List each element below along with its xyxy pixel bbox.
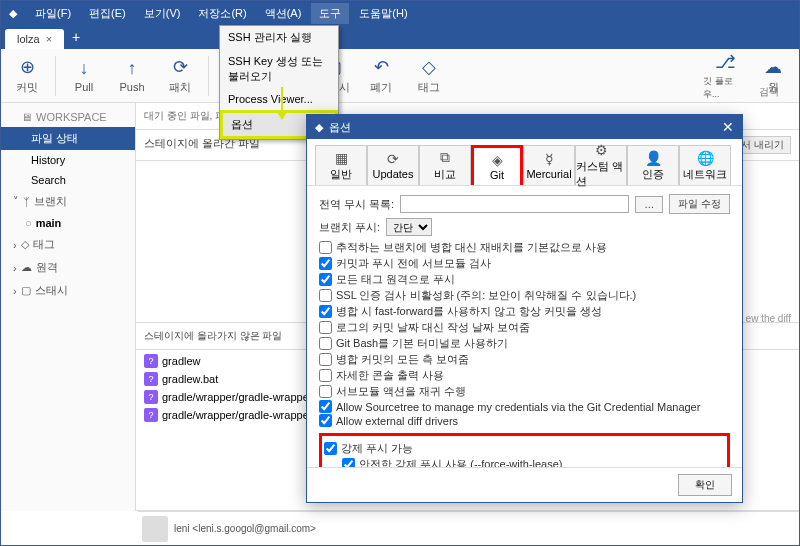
menu-action[interactable]: 액션(A) bbox=[257, 3, 310, 24]
tab-updates[interactable]: ⟳Updates bbox=[367, 145, 419, 185]
gear-icon: ◆ bbox=[315, 121, 323, 134]
ignore-list-input[interactable] bbox=[400, 195, 629, 213]
push-button[interactable]: ↑Push bbox=[110, 53, 154, 99]
discard-button[interactable]: ↶폐기 bbox=[359, 53, 403, 99]
sidebar-file-status[interactable]: 파일 상태 bbox=[1, 127, 135, 150]
dialog-close-icon[interactable]: ✕ bbox=[722, 119, 734, 135]
commit-label: 커밋 bbox=[16, 80, 38, 95]
branch-push-select[interactable]: 간단 bbox=[386, 218, 432, 236]
option-checkbox[interactable] bbox=[319, 273, 332, 286]
repo-tabs: lolza × + bbox=[1, 25, 799, 49]
ignore-list-label: 전역 무시 목록: bbox=[319, 197, 394, 212]
file-status-icon: ? bbox=[144, 408, 158, 422]
gitflow-button[interactable]: ⎇깃 플로우... bbox=[703, 53, 747, 99]
option-checkbox[interactable] bbox=[319, 305, 332, 318]
options-dialog: ◆ 옵션 ✕ ▦일반 ⟳Updates ⧉비교 ◈Git ☿Mercurial … bbox=[306, 114, 743, 503]
monitor-icon: 🖥 bbox=[21, 111, 32, 123]
sidebar-remote-group[interactable]: ›☁원격 bbox=[1, 256, 135, 279]
menu-help[interactable]: 도움말(H) bbox=[351, 3, 415, 24]
commit-button[interactable]: ⊕커밋 bbox=[5, 53, 49, 99]
tab-auth[interactable]: 👤인증 bbox=[627, 145, 679, 185]
menu-edit[interactable]: 편집(E) bbox=[81, 3, 134, 24]
option-label: 추적하는 브랜치에 병합 대신 재배치를 기본값으로 사용 bbox=[336, 240, 607, 255]
option-label: 병합 시 fast-forward를 사용하지 않고 항상 커밋을 생성 bbox=[336, 304, 602, 319]
commit-icon: ⊕ bbox=[20, 56, 35, 78]
force-push-checkbox[interactable] bbox=[324, 442, 337, 455]
tag-icon: ◇ bbox=[422, 56, 436, 78]
fetch-icon: ⟳ bbox=[173, 56, 188, 78]
diff-hint-text: ew the diff bbox=[746, 313, 791, 324]
option-label: 커밋과 푸시 전에 서브모듈 검사 bbox=[336, 256, 491, 271]
pull-label: Pull bbox=[75, 81, 93, 93]
file-status-icon: ? bbox=[144, 390, 158, 404]
option-checkbox[interactable] bbox=[319, 414, 332, 427]
tab-general[interactable]: ▦일반 bbox=[315, 145, 367, 185]
git-icon: ◈ bbox=[492, 152, 503, 168]
discard-icon: ↶ bbox=[374, 56, 389, 78]
tab-custom[interactable]: ⚙커스텀 액션 bbox=[575, 145, 627, 185]
tag-label: 태그 bbox=[418, 80, 440, 95]
option-checkbox[interactable] bbox=[319, 257, 332, 270]
menu-bar: ◆ 파일(F) 편집(E) 보기(V) 저장소(R) 액션(A) 도구 도움말(… bbox=[1, 1, 799, 25]
menu-tools[interactable]: 도구 bbox=[311, 3, 349, 24]
chevron-down-icon: ˅ bbox=[13, 195, 19, 208]
new-tab-button[interactable]: + bbox=[64, 25, 88, 49]
menu-repo[interactable]: 저장소(R) bbox=[190, 3, 254, 24]
option-checkbox[interactable] bbox=[319, 337, 332, 350]
globe-icon: 🌐 bbox=[697, 150, 714, 166]
force-push-highlight: 강제 푸시 가능안전한 강제 푸시 사용 (--force-with-lease… bbox=[319, 433, 730, 467]
sidebar-search[interactable]: Search bbox=[1, 170, 135, 190]
option-checkbox-row: 커밋과 푸시 전에 서브모듈 검사 bbox=[319, 256, 730, 271]
tab-compare[interactable]: ⧉비교 bbox=[419, 145, 471, 185]
option-label: Allow external diff drivers bbox=[336, 415, 458, 427]
dropdown-process-viewer[interactable]: Process Viewer... bbox=[220, 89, 338, 110]
ok-button[interactable]: 확인 bbox=[678, 474, 732, 496]
close-tab-icon[interactable]: × bbox=[46, 33, 52, 45]
sidebar-history[interactable]: History bbox=[1, 150, 135, 170]
annotation-arrow bbox=[281, 87, 283, 119]
sidebar-stash-group[interactable]: ›▢스태시 bbox=[1, 279, 135, 302]
sidebar-branch-group[interactable]: ˅ᛉ브랜치 bbox=[1, 190, 135, 213]
option-label: 자세한 콘솔 출력 사용 bbox=[336, 368, 444, 383]
force-push-checkbox[interactable] bbox=[342, 458, 355, 467]
fetch-button[interactable]: ⟳패치 bbox=[158, 53, 202, 99]
option-checkbox[interactable] bbox=[319, 321, 332, 334]
sidebar-tag-group[interactable]: ›◇태그 bbox=[1, 233, 135, 256]
menu-view[interactable]: 보기(V) bbox=[136, 3, 189, 24]
option-checkbox[interactable] bbox=[319, 241, 332, 254]
option-label: 병합 커밋의 모든 측 보여줌 bbox=[336, 352, 469, 367]
commit-author: leni <leni.s.googol@gmail.com> bbox=[174, 523, 795, 534]
option-checkbox-row: 병합 시 fast-forward를 사용하지 않고 항상 커밋을 생성 bbox=[319, 304, 730, 319]
tab-mercurial[interactable]: ☿Mercurial bbox=[523, 145, 575, 185]
file-edit-button[interactable]: 파일 수정 bbox=[669, 194, 730, 214]
option-checkbox[interactable] bbox=[319, 369, 332, 382]
option-checkbox-row: 모든 태그 원격으로 푸시 bbox=[319, 272, 730, 287]
sidebar-branch-main[interactable]: ○ main bbox=[1, 213, 135, 233]
option-checkbox[interactable] bbox=[319, 353, 332, 366]
dropdown-ssh-manager[interactable]: SSH 관리자 실행 bbox=[220, 26, 338, 50]
option-label: Git Bash를 기본 터미널로 사용하기 bbox=[336, 336, 508, 351]
browse-button[interactable]: … bbox=[635, 196, 663, 213]
option-label: 서브모듈 액션을 재귀 수행 bbox=[336, 384, 466, 399]
repo-tab[interactable]: lolza × bbox=[5, 29, 64, 49]
option-checkbox-row: 로그의 커밋 날짜 대신 작성 날짜 보여줌 bbox=[319, 320, 730, 335]
pull-button[interactable]: ↓Pull bbox=[62, 53, 106, 99]
sidebar-workspace-header: 🖥WORKSPACE bbox=[1, 107, 135, 127]
option-checkbox-row: 서브모듈 액션을 재귀 수행 bbox=[319, 384, 730, 399]
force-push-label: 안전한 강제 푸시 사용 (--force-with-lease) bbox=[359, 457, 563, 467]
menu-file[interactable]: 파일(F) bbox=[27, 3, 79, 24]
fetch-label: 패치 bbox=[169, 80, 191, 95]
tab-network[interactable]: 🌐네트워크 bbox=[679, 145, 731, 185]
option-label: Allow Sourcetree to manage my credential… bbox=[336, 401, 700, 413]
force-push-label: 강제 푸시 가능 bbox=[341, 441, 413, 456]
push-label: Push bbox=[119, 81, 144, 93]
option-checkbox[interactable] bbox=[319, 385, 332, 398]
option-checkbox[interactable] bbox=[319, 400, 332, 413]
tab-git[interactable]: ◈Git bbox=[471, 145, 523, 185]
option-checkbox[interactable] bbox=[319, 289, 332, 302]
dialog-title: 옵션 bbox=[329, 120, 351, 135]
dropdown-ssh-key[interactable]: SSH Key 생성 또는 불러오기 bbox=[220, 50, 338, 89]
tag-button[interactable]: ◇태그 bbox=[407, 53, 451, 99]
dialog-footer: 확인 bbox=[307, 467, 742, 502]
gear-icon: ⚙ bbox=[595, 142, 608, 158]
